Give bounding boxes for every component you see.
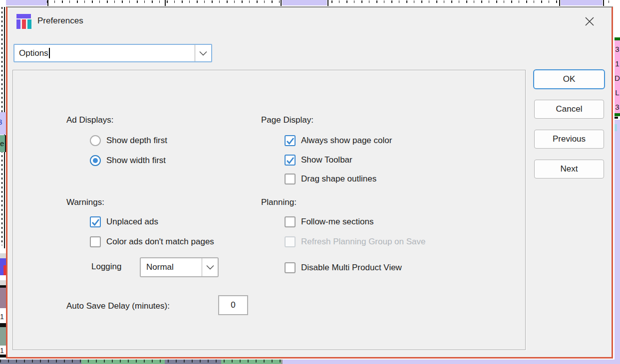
background-block	[615, 113, 620, 116]
background-ruler-line	[165, 0, 166, 6]
combobox-dropdown-button[interactable]	[195, 45, 211, 61]
background-text-fragment: 3	[615, 100, 620, 114]
background-ruler-line	[559, 0, 560, 6]
preferences-page-combobox[interactable]: Options	[13, 44, 212, 62]
background-text-fragment: 1	[0, 347, 6, 355]
checkbox-icon	[285, 135, 296, 146]
checkbox-label: Always show page color	[301, 136, 392, 146]
checkbox-color-ads-dont-match-pages[interactable]: Color ads don't match pages	[90, 236, 214, 248]
background-ruler-highlight	[561, 0, 603, 5]
app-icon	[16, 14, 31, 29]
background-block	[0, 288, 6, 308]
checkbox-label: Drag shape outlines	[301, 174, 376, 184]
chevron-down-icon	[206, 264, 215, 271]
chevron-down-icon	[199, 50, 208, 57]
section-label-ad-displays: Ad Displays:	[66, 115, 113, 125]
background-text-fragment: 3	[0, 118, 4, 126]
checkbox-label: Show Toolbar	[301, 155, 352, 165]
background-block	[615, 120, 620, 364]
combobox-value: Options	[14, 48, 48, 58]
background-left-strip: 3 e 1 1	[0, 0, 6, 364]
background-text-fragment: e	[0, 140, 6, 147]
background-ruler-highlight	[282, 0, 327, 5]
app-icon-column	[16, 19, 20, 29]
checkbox-icon	[285, 174, 296, 184]
checkbox-disable-multi-product-view[interactable]: Disable Multi Product View	[285, 262, 402, 274]
background-block	[0, 355, 6, 358]
checkbox-label: Follow-me sections	[301, 217, 374, 227]
checkbox-unplaced-ads[interactable]: Unplaced ads	[90, 216, 158, 228]
previous-button[interactable]: Previous	[534, 130, 604, 149]
radio-icon	[90, 155, 101, 166]
section-label-planning: Planning:	[261, 197, 297, 207]
radio-icon	[90, 135, 101, 146]
auto-save-delay-label: Auto Save Delay (minutes):	[66, 301, 170, 311]
checkbox-label: Color ads don't match pages	[106, 237, 214, 247]
background-block	[615, 117, 618, 119]
background-block	[0, 253, 6, 258]
checkbox-icon	[285, 236, 296, 247]
radio-label: Show width first	[106, 156, 166, 166]
app-icon-column	[27, 19, 31, 29]
background-block	[283, 360, 620, 364]
checkbox-show-toolbar[interactable]: Show Toolbar	[285, 154, 352, 166]
logging-select[interactable]: Normal	[140, 257, 219, 277]
checkbox-icon	[285, 155, 296, 166]
logging-select-value: Normal	[141, 262, 174, 272]
logging-select-dropdown-button[interactable]	[202, 258, 218, 276]
background-ruler-line	[47, 0, 48, 6]
background-ruler-highlight	[6, 0, 47, 5]
background-text-fragment: 1	[0, 313, 6, 321]
radio-label: Show depth first	[106, 136, 167, 146]
background-block	[0, 258, 6, 265]
checkbox-label: Refresh Planning Group on Save	[301, 237, 426, 247]
checkbox-icon	[90, 216, 101, 227]
logging-label: Logging	[91, 262, 122, 272]
background-text-column: 3 1 D L 3	[615, 42, 620, 114]
dialog-title: Preferences	[37, 16, 83, 26]
background-text-fragment: 1	[615, 56, 620, 71]
background-marks	[0, 360, 281, 363]
background-text-fragment: D	[615, 71, 620, 85]
section-label-page-display: Page Display:	[261, 115, 313, 125]
close-button[interactable]	[583, 14, 597, 28]
section-label-warnings: Warnings:	[66, 197, 104, 207]
auto-save-delay-input[interactable]	[218, 295, 248, 315]
checkbox-refresh-planning-group-on-save: Refresh Planning Group on Save	[285, 236, 426, 248]
app-icon-columns	[16, 19, 31, 29]
checkbox-icon	[285, 216, 296, 227]
background-ruler-line	[327, 0, 328, 6]
background-block	[0, 323, 6, 327]
app-icon-bar	[16, 14, 31, 18]
text-cursor	[49, 48, 50, 58]
background-text-fragment: 3	[615, 42, 620, 56]
checkbox-label: Unplaced ads	[106, 217, 158, 227]
checkbox-always-show-page-color[interactable]: Always show page color	[285, 135, 392, 147]
radio-show-depth-first[interactable]: Show depth first	[90, 135, 167, 147]
checkbox-label: Disable Multi Product View	[301, 263, 402, 273]
ok-button[interactable]: OK	[533, 69, 605, 89]
background-block	[615, 124, 617, 131]
checkbox-follow-me-sections[interactable]: Follow-me sections	[285, 216, 374, 228]
preferences-dialog: Preferences Options Ad Displays: Show de…	[6, 6, 613, 359]
background-block	[0, 265, 6, 275]
close-icon	[584, 15, 596, 27]
background-block	[0, 327, 6, 346]
next-button[interactable]: Next	[534, 160, 604, 179]
app-icon-column	[22, 19, 26, 29]
background-ruler-line	[603, 0, 604, 6]
background-block: 3	[0, 112, 6, 135]
checkbox-drag-shape-outlines[interactable]: Drag shape outlines	[285, 173, 376, 185]
checkbox-icon	[90, 236, 101, 247]
radio-show-width-first[interactable]: Show width first	[90, 155, 166, 167]
background-block	[0, 280, 6, 285]
background-block: e	[0, 135, 6, 152]
cancel-button[interactable]: Cancel	[534, 100, 604, 119]
options-groupbox: Ad Displays: Show depth first Show width…	[12, 70, 526, 350]
checkbox-icon	[285, 262, 296, 273]
background-text-fragment: L	[615, 85, 620, 100]
background-ruler-line	[281, 0, 282, 6]
